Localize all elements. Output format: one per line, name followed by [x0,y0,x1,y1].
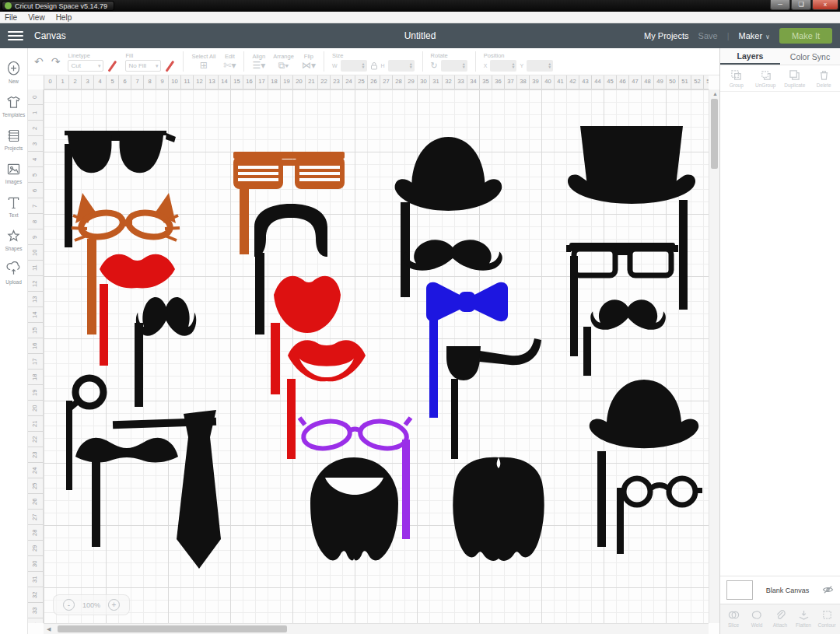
position-x-field[interactable]: ▲▼ [490,60,516,72]
flatten-button[interactable]: Flatten [792,609,815,628]
scissors-icon: ✄▾ [223,61,236,71]
sidebar-item-text[interactable]: Text [5,194,22,218]
ruler-number: 26 [28,494,43,510]
ruler-number: 32 [442,75,454,89]
ruler-number: 22 [28,432,43,447]
stepper-icon[interactable]: ▲▼ [512,62,516,68]
lock-icon[interactable] [370,61,378,70]
ruler-number: 15 [28,323,43,338]
mustache-and-tie-prop[interactable] [75,410,221,569]
eye-slash-icon[interactable] [822,583,834,597]
width-field[interactable]: ▲▼ [341,60,367,72]
tab-color-sync[interactable]: Color Sync [780,48,840,65]
stepper-icon[interactable]: ▲▼ [548,62,551,68]
ruler-number: 4 [28,152,43,167]
arrange-button[interactable]: Arrange ⧉▾ [273,53,294,71]
menu-view[interactable]: View [28,13,45,22]
tshirt-icon [5,94,22,110]
my-projects-link[interactable]: My Projects [644,31,688,40]
ruler-number: 31 [429,75,442,89]
ruler-number: 16 [243,75,255,89]
sidebar-item-upload[interactable]: Upload [5,261,22,285]
machine-selector[interactable]: Maker [739,31,770,40]
wig-prop[interactable] [453,457,544,561]
ruler-number: 6 [118,75,131,89]
bowler-hat-2-prop[interactable] [590,380,698,547]
make-it-button[interactable]: Make It [779,28,832,44]
horizontal-scroll-thumb[interactable] [58,625,287,632]
slice-icon [728,609,740,621]
edit-toolbar: ↶ ↷ Linetype Cut Fill No Fill [28,48,719,75]
ruler-number: 45 [604,75,616,89]
stepper-icon[interactable]: ▲▼ [362,62,366,68]
minimize-button[interactable]: ─ [770,0,790,10]
right-panel: Layers Color Sync Group UnGroup Duplicat… [719,48,840,634]
vertical-scroll-thumb[interactable] [711,99,718,169]
save-button[interactable]: Save [698,31,718,40]
hamburger-menu-icon[interactable] [8,31,23,40]
curly-mustache-2-prop[interactable] [583,299,666,376]
top-hat-prop[interactable] [568,126,695,310]
sidebar-item-templates[interactable]: Templates [2,94,26,117]
scroll-up-icon[interactable]: ▲ [712,91,718,96]
design-canvas[interactable]: - 100% + [44,89,709,623]
scroll-left-icon[interactable]: ◀ [47,626,51,632]
round-glasses-prop[interactable] [617,478,702,554]
upload-cloud-icon [5,261,22,278]
curly-mustache-prop[interactable] [403,240,502,270]
handlebar-mustache-prop[interactable] [135,297,196,407]
ruler-number: 11 [180,75,193,89]
undo-icon[interactable]: ↶ [34,56,44,67]
contour-button[interactable]: Contour [815,609,838,628]
vertical-scrollbar[interactable]: ▲ [709,89,719,623]
restore-button[interactable]: ❏ [791,0,811,10]
wayfarer-glasses-prop[interactable] [566,243,678,356]
menu-help[interactable]: Help [56,13,72,22]
bowler-hat-prop[interactable] [395,137,502,297]
ruler-number: 13 [205,75,218,89]
duplicate-button[interactable]: Duplicate [780,69,810,88]
shutter-shades-prop[interactable] [233,152,345,254]
attach-button[interactable]: Attach [768,609,792,628]
rotate-icon[interactable]: ↻ [431,60,438,71]
rotate-field[interactable]: ▲▼ [441,60,467,72]
tab-layers[interactable]: Layers [720,48,780,65]
align-button[interactable]: Align ☰▾ [252,53,265,71]
ruler-number: 23 [330,75,342,89]
layers-list[interactable] [720,92,840,576]
sidebar-item-images[interactable]: Images [5,161,22,184]
slice-button[interactable]: Slice [722,609,745,628]
beard-prop[interactable] [310,457,398,560]
delete-button[interactable]: Delete [810,69,839,88]
sidebar-item-shapes[interactable]: Shapes [5,228,22,251]
zoom-out-button[interactable]: - [63,599,75,611]
select-all-button[interactable]: Select All ⊞ [191,53,215,71]
fill-pen-icon[interactable] [164,60,175,71]
redo-icon[interactable]: ↷ [51,56,61,67]
position-y-field[interactable]: ▲▼ [527,60,553,72]
linetype-pen-icon[interactable] [107,60,117,71]
weld-button[interactable]: Weld [745,609,768,628]
height-field[interactable]: ▲▼ [388,60,415,72]
edit-button[interactable]: Edit ✄▾ [223,53,236,71]
position-group: Position X ▲▼ Y ▲▼ [484,52,553,72]
menu-file[interactable]: File [5,13,17,22]
fill-select[interactable]: No Fill [125,60,161,72]
ungroup-button[interactable]: UnGroup [751,69,781,88]
smiling-lips-prop[interactable] [287,340,366,459]
ruler-number: 3 [28,136,43,152]
close-button[interactable]: x [812,0,838,10]
layer-actions: Group UnGroup Duplicate Delete [720,65,840,92]
linetype-select[interactable]: Cut [68,60,103,72]
pipe-prop[interactable] [446,338,541,459]
sidebar-item-new[interactable]: New [5,61,22,84]
flip-button[interactable]: Flip ⋈▾ [302,53,316,71]
blank-canvas-row[interactable]: Blank Canvas [720,576,840,604]
zoom-in-button[interactable]: + [108,599,120,611]
canvas-color-swatch[interactable] [726,580,753,600]
horizontal-scrollbar[interactable]: ◀ [44,623,709,634]
stepper-icon[interactable]: ▲▼ [409,62,413,68]
group-button[interactable]: Group [722,69,751,88]
stepper-icon[interactable]: ▲▼ [462,62,466,68]
sidebar-item-projects[interactable]: Projects [5,128,23,151]
